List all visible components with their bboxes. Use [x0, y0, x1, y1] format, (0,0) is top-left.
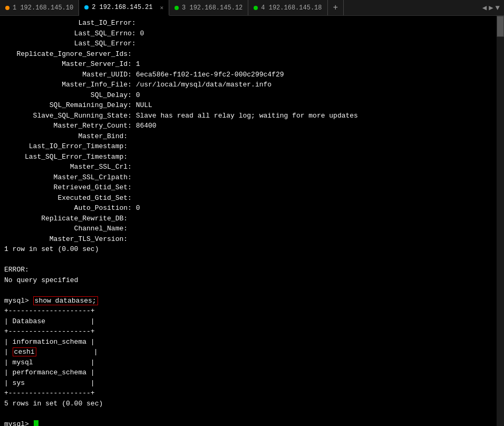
line-master-info-file: Master_Info_File: /usr/local/mysql/data/… — [4, 80, 500, 90]
line-master-uuid: Master_UUID: 6eca586e-f102-11ec-9fc2-000… — [4, 70, 500, 80]
tab-3-label: 3 192.168.145.12 — [182, 4, 243, 12]
tab-2-close[interactable]: ✕ — [156, 4, 163, 11]
cursor — [34, 420, 38, 426]
tab-3[interactable]: 3 192.168.145.12 — [169, 0, 248, 15]
table-row-ceshi: | ceshi | — [4, 347, 500, 357]
tab-1[interactable]: 1 192.168.145.10 — [0, 0, 79, 15]
table-header: | Database | — [4, 316, 500, 327]
table-border-top: +--------------------+ — [4, 306, 500, 316]
table-row-information-schema: | information_schema | — [4, 337, 500, 347]
terminal-output: Last_IO_Error: Last_SQL_Errno: 0 Last_SQ… — [0, 16, 504, 426]
line-channel-name: Channel_Name: — [4, 224, 500, 234]
tab-1-label: 1 192.168.145.10 — [13, 4, 73, 12]
ceshi-cell-highlight: ceshi — [13, 347, 36, 356]
mysql-prompt-2: mysql> — [4, 419, 33, 427]
tab-4[interactable]: 4 192.168.145.18 — [248, 0, 327, 15]
scrollbar-thumb[interactable] — [497, 16, 504, 37]
line-last-sql-errno: Last_SQL_Errno: 0 — [4, 28, 500, 39]
line-blank-1 — [4, 255, 500, 265]
scrollbar[interactable] — [497, 16, 504, 426]
line-replicate-rewrite: Replicate_Rewrite_DB: — [4, 214, 500, 224]
line-master-retry: Master_Retry_Count: 86400 — [4, 121, 500, 131]
line-master-ssl-crlpath: Master_SSL_Crlpath: — [4, 172, 500, 183]
table-border-header: +--------------------+ — [4, 326, 500, 337]
tab-2-label: 2 192.168.145.21 — [92, 4, 152, 11]
line-retrieved-gtid: Retrieved_Gtid_Set: — [4, 182, 500, 193]
line-show-databases-cmd: mysql> show databases; — [4, 296, 500, 306]
tab-3-dot — [175, 6, 179, 10]
table-border-bottom: +--------------------+ — [4, 388, 500, 399]
line-error-label: ERROR: — [4, 265, 500, 275]
line-sql-remaining: SQL_Remaining_Delay: NULL — [4, 100, 500, 111]
line-last-sql-ts: Last_SQL_Error_Timestamp: — [4, 152, 500, 162]
line-blank-3 — [4, 409, 500, 419]
add-tab-button[interactable]: + — [328, 0, 344, 15]
line-error-msg: No query specified — [4, 275, 500, 286]
line-last-sql-error: Last_SQL_Error: — [4, 38, 500, 49]
tab-1-dot — [5, 6, 9, 10]
line-master-bind: Master_Bind: — [4, 131, 500, 142]
line-executed-gtid: Executed_Gtid_Set: — [4, 193, 500, 204]
line-row-count: 1 row in set (0.00 sec) — [4, 244, 500, 255]
tab-menu-button[interactable]: ▼ — [496, 4, 500, 12]
line-final-prompt: mysql> — [4, 419, 500, 427]
line-master-server-id: Master_Server_Id: 1 — [4, 59, 500, 70]
tab-2-dot — [84, 5, 89, 9]
tab-2[interactable]: 2 192.168.145.21 ✕ — [79, 0, 169, 16]
tab-4-dot — [254, 6, 258, 10]
line-sql-delay: SQL_Delay: 0 — [4, 90, 500, 101]
tab-prev-button[interactable]: ◀ — [482, 3, 487, 12]
line-slave-sql-state: Slave_SQL_Running_State: Slave has read … — [4, 111, 500, 121]
line-replicate-ignore: Replicate_Ignore_Server_Ids: — [4, 49, 500, 60]
line-last-io-error: Last_IO_Error: — [4, 18, 500, 28]
line-blank-2 — [4, 285, 500, 296]
tab-next-button[interactable]: ▶ — [489, 3, 493, 12]
tab-bar: 1 192.168.145.10 2 192.168.145.21 ✕ 3 19… — [0, 0, 504, 16]
table-row-performance-schema: | performance_schema | — [4, 367, 500, 378]
mysql-prompt-1: mysql> — [4, 297, 33, 305]
line-5-rows: 5 rows in set (0.00 sec) — [4, 399, 500, 409]
line-last-io-ts: Last_IO_Error_Timestamp: — [4, 141, 500, 152]
line-master-ssl-crl: Master_SSL_Crl: — [4, 162, 500, 172]
line-master-tls: Master_TLS_Version: — [4, 234, 500, 245]
tab-nav: ◀ ▶ ▼ — [478, 0, 504, 15]
table-row-mysql: | mysql | — [4, 357, 500, 368]
table-row-sys: | sys | — [4, 378, 500, 389]
show-databases-command: show databases; — [33, 296, 98, 305]
line-auto-position: Auto_Position: 0 — [4, 203, 500, 214]
tab-4-label: 4 192.168.145.18 — [261, 4, 322, 12]
